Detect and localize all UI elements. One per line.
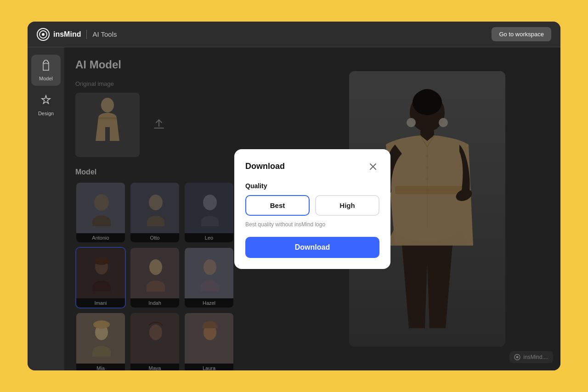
header-subtitle: AI Tools — [92, 30, 117, 38]
modal-title: Download — [245, 162, 285, 171]
design-icon — [40, 94, 52, 109]
modal-close-button[interactable] — [367, 160, 379, 173]
model-icon — [40, 59, 52, 74]
logo-text: insMind — [53, 30, 81, 39]
sidebar-item-model[interactable]: Model — [31, 55, 61, 86]
download-button[interactable]: Download — [245, 237, 379, 258]
quality-best-button[interactable]: Best — [245, 195, 310, 216]
header-divider — [86, 30, 87, 39]
sidebar-item-design[interactable]: Design — [31, 90, 61, 121]
sidebar-design-label: Design — [38, 111, 54, 116]
sidebar-model-label: Model — [39, 76, 53, 81]
download-modal: Download Quality Best High Best quality … — [234, 149, 390, 269]
quality-label: Quality — [245, 182, 379, 190]
header-logo: insMind — [37, 28, 81, 41]
logo-icon — [37, 28, 50, 41]
sidebar: Model Design — [28, 47, 64, 370]
content-area: AI Model Original image — [64, 47, 560, 370]
quality-high-button[interactable]: High — [315, 195, 379, 216]
quality-hint: Best quality without insMind logo — [245, 221, 379, 228]
modal-header: Download — [245, 160, 379, 173]
svg-point-1 — [42, 33, 45, 36]
modal-overlay[interactable]: Download Quality Best High Best quality … — [64, 47, 560, 370]
header: insMind AI Tools Go to workspace — [28, 22, 560, 47]
app-window: insMind AI Tools Go to workspace Model — [28, 22, 560, 370]
go-to-workspace-button[interactable]: Go to workspace — [492, 27, 551, 41]
quality-options: Best High — [245, 195, 379, 216]
main-layout: Model Design AI Model Original image — [28, 47, 560, 370]
